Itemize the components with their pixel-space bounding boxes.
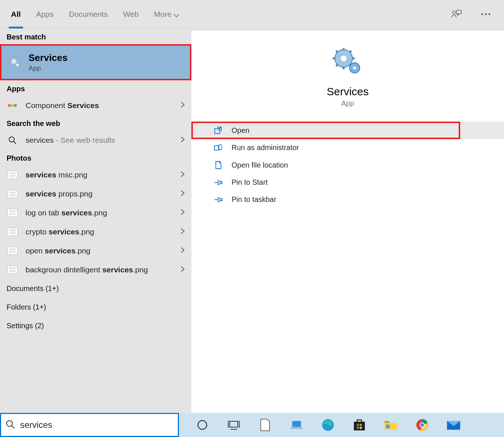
photo-post: props.png xyxy=(56,189,92,198)
result-photo[interactable]: log on tab services.png xyxy=(0,203,191,222)
photo-match: services xyxy=(45,246,76,255)
microsoft-store-icon[interactable] xyxy=(352,418,367,432)
category-folders[interactable]: Folders (1+) xyxy=(0,298,191,317)
result-photo[interactable]: services msc.png xyxy=(0,165,191,184)
file-explorer-icon[interactable] xyxy=(383,418,398,432)
action-open-extension xyxy=(460,122,504,139)
result-text-suffix: - See web results xyxy=(54,136,115,144)
open-icon xyxy=(213,126,223,134)
detail-subtitle: App xyxy=(191,99,504,122)
result-photo[interactable]: crypto services.png xyxy=(0,222,191,241)
photo-pre: backgroun dintelligent xyxy=(26,265,102,274)
component-services-icon xyxy=(7,100,18,111)
chevron-right-icon xyxy=(180,171,185,179)
chevron-down-icon xyxy=(173,10,179,18)
svg-rect-38 xyxy=(360,424,362,426)
tab-more-label: More xyxy=(154,10,172,18)
result-photo[interactable]: backgroun dintelligent services.png xyxy=(0,260,191,279)
tab-web[interactable]: Web xyxy=(123,0,139,28)
image-thumb-icon xyxy=(7,169,18,181)
svg-point-6 xyxy=(13,60,15,62)
photo-pre: log on tab xyxy=(26,208,61,217)
photo-post: .png xyxy=(92,208,107,217)
action-pin-to-start[interactable]: Pin to Start xyxy=(191,174,504,191)
result-subtitle: App xyxy=(28,64,68,72)
chevron-right-icon xyxy=(180,228,185,236)
result-services-app[interactable]: Services App xyxy=(0,44,191,80)
result-photo[interactable]: open services.png xyxy=(0,241,191,260)
image-thumb-icon xyxy=(7,264,18,276)
search-filter-tabs: All Apps Documents Web More xyxy=(0,0,504,28)
services-app-icon xyxy=(191,48,504,76)
action-list: Open Run as administrator Open file loca… xyxy=(191,122,504,208)
result-photo[interactable]: services props.png xyxy=(0,184,191,203)
cortana-icon[interactable] xyxy=(195,418,210,432)
photo-match: services xyxy=(61,208,92,217)
search-icon xyxy=(7,134,18,146)
photo-match: services xyxy=(49,227,79,236)
task-view-icon[interactable] xyxy=(226,418,241,432)
photo-match: services xyxy=(26,189,56,198)
apps-heading: Apps xyxy=(0,80,191,96)
svg-line-19 xyxy=(336,51,337,52)
image-thumb-icon xyxy=(7,188,18,200)
libreoffice-icon[interactable] xyxy=(258,418,272,432)
feedback-icon[interactable] xyxy=(449,7,464,22)
photo-post: .png xyxy=(133,265,148,274)
detail-pane: Services App Open Run as administrator O… xyxy=(191,28,504,413)
pin-icon xyxy=(213,196,223,203)
svg-rect-40 xyxy=(360,427,362,429)
svg-point-10 xyxy=(11,104,14,107)
image-thumb-icon xyxy=(7,207,18,219)
edge-icon[interactable] xyxy=(321,418,335,432)
gear-icon xyxy=(9,56,21,69)
svg-point-2 xyxy=(481,13,483,15)
tab-apps[interactable]: Apps xyxy=(36,0,54,28)
svg-line-21 xyxy=(336,65,337,66)
action-run-as-admin[interactable]: Run as administrator xyxy=(191,139,504,156)
svg-rect-42 xyxy=(386,425,390,428)
web-heading: Search the web xyxy=(0,115,191,131)
action-pin-to-taskbar[interactable]: Pin to taskbar xyxy=(191,191,504,208)
svg-point-9 xyxy=(8,104,11,107)
detail-blank-area xyxy=(191,208,504,413)
svg-rect-39 xyxy=(357,427,359,429)
mail-icon[interactable] xyxy=(446,418,461,432)
photo-match: services xyxy=(26,170,56,179)
chevron-right-icon xyxy=(180,190,185,198)
result-web-services[interactable]: services - See web results xyxy=(0,131,191,150)
laptop-icon[interactable] xyxy=(289,418,304,432)
chevron-right-icon xyxy=(180,247,185,255)
svg-rect-1 xyxy=(457,10,461,14)
tab-more[interactable]: More xyxy=(154,0,180,28)
more-options-icon[interactable] xyxy=(478,7,493,22)
best-match-heading: Best match xyxy=(0,28,191,44)
result-component-services[interactable]: Component Services xyxy=(0,96,191,115)
tab-all[interactable]: All xyxy=(11,0,21,28)
action-label: Pin to Start xyxy=(232,178,268,187)
photo-pre: open xyxy=(26,246,45,255)
chevron-right-icon xyxy=(180,136,185,144)
svg-rect-29 xyxy=(230,421,238,427)
search-box[interactable] xyxy=(0,413,179,437)
action-open[interactable]: Open xyxy=(191,122,460,139)
svg-rect-34 xyxy=(291,427,302,429)
svg-point-28 xyxy=(198,421,207,429)
chrome-icon[interactable] xyxy=(415,418,429,432)
results-pane: Best match Services App Apps Compo xyxy=(0,28,191,413)
svg-point-3 xyxy=(485,13,487,15)
svg-point-24 xyxy=(353,66,356,69)
svg-line-20 xyxy=(350,51,351,52)
svg-rect-41 xyxy=(385,421,389,423)
category-settings[interactable]: Settings (2) xyxy=(0,317,191,335)
detail-title: Services xyxy=(191,85,504,98)
result-title: Services xyxy=(28,52,68,64)
photos-heading: Photos xyxy=(0,150,191,165)
pin-icon xyxy=(213,179,223,186)
action-open-file-location[interactable]: Open file location xyxy=(191,156,504,174)
search-input[interactable] xyxy=(20,420,173,430)
image-thumb-icon xyxy=(7,245,18,257)
category-documents[interactable]: Documents (1+) xyxy=(0,279,191,298)
photo-pre: crypto xyxy=(26,227,49,236)
tab-documents[interactable]: Documents xyxy=(69,0,108,28)
